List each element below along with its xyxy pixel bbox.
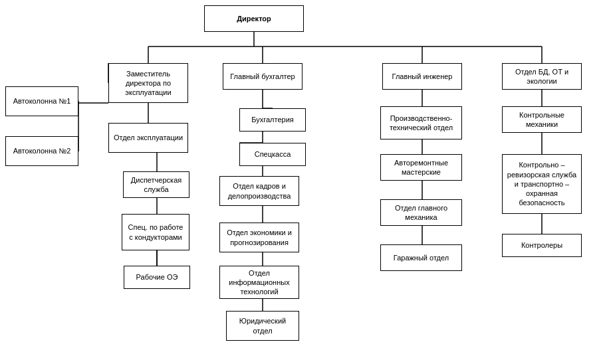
box-avtoremontnie: Авторемонтные мастерские — [380, 154, 462, 181]
org-chart: ДиректорАвтоколонна №1Автоколонна №2Заме… — [0, 0, 607, 364]
box-speckassa: Спецкасса — [239, 143, 306, 166]
box-otd_expl: Отдел эксплуатации — [108, 123, 188, 153]
box-avtokolonna1: Автоколонна №1 — [5, 86, 78, 116]
box-gl_inzhener: Главный инженер — [382, 63, 462, 90]
box-rabochie_oe: Рабочие ОЭ — [124, 266, 190, 289]
box-otd_ekon: Отдел экономики и прогнозирования — [219, 223, 299, 252]
box-garazh_otd: Гаражный отдел — [380, 244, 462, 271]
box-kontrol_meh: Контрольные механики — [502, 106, 582, 133]
box-avtokolonna2: Автоколонна №2 — [5, 136, 78, 166]
box-director: Директор — [204, 5, 304, 32]
box-prt_otd: Производственно-технический отдел — [380, 106, 462, 139]
box-spec_konduk: Спец. по работе с кондукторами — [122, 214, 189, 250]
box-otd_gl_meh: Отдел главного механика — [380, 199, 462, 226]
box-disp_sluzhba: Диспетчерская служба — [123, 171, 189, 198]
box-yurid_otd: Юридический отдел — [226, 311, 299, 341]
box-kontrolery: Контролеры — [502, 234, 582, 257]
box-otd_it: Отдел информационных технологий — [219, 266, 299, 299]
box-otd_kadrov: Отдел кадров и делопроизводства — [219, 176, 299, 206]
box-otd_bd_ot: Отдел БД, ОТ и экологии — [502, 63, 582, 90]
box-gl_buhgalter: Главный бухгалтер — [223, 63, 303, 90]
box-buhgalteria: Бухгалтерия — [239, 108, 306, 132]
box-kontrol_rev: Контрольно – ревизорская служба и трансп… — [502, 154, 582, 214]
box-zam_dir: Заместитель директора по эксплуатации — [108, 63, 188, 103]
